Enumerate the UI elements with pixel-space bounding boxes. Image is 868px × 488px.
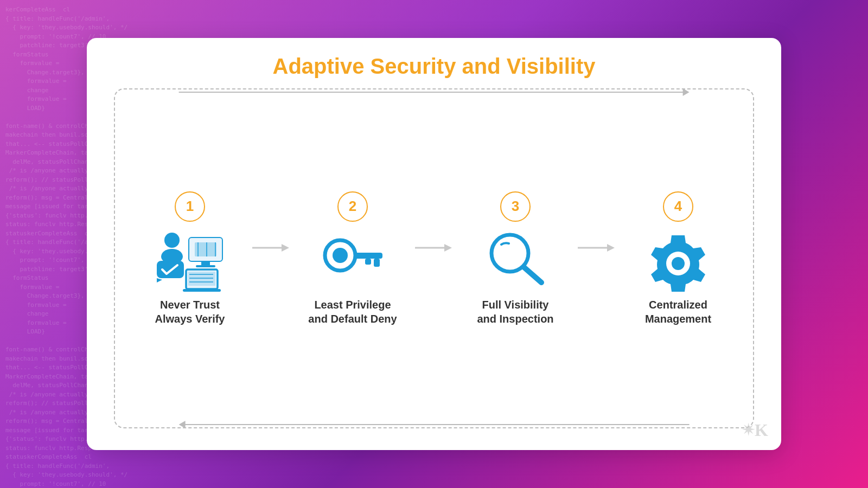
key-icon [317, 228, 388, 288]
step-2-label: Least Privilegeand Default Deny [308, 298, 397, 326]
svg-rect-10 [201, 261, 210, 265]
svg-point-21 [333, 248, 348, 263]
bottom-arrow [179, 421, 690, 428]
step-2: 2 Least Privilegeand Default Deny [293, 191, 412, 326]
svg-marker-19 [282, 244, 289, 252]
magnify-icon [480, 228, 551, 288]
svg-marker-26 [444, 244, 452, 252]
page-title: Adaptive Security and Visibility [273, 54, 596, 79]
svg-marker-3 [157, 278, 162, 282]
user-devices-verify-icon [155, 228, 225, 288]
gear-icon [643, 228, 713, 288]
diagram-container: 1 [114, 88, 754, 428]
svg-rect-22 [354, 253, 382, 259]
svg-point-0 [164, 233, 180, 248]
svg-rect-11 [196, 265, 215, 267]
svg-rect-13 [188, 272, 215, 286]
svg-rect-24 [365, 259, 371, 265]
arrow-2-3 [412, 240, 456, 255]
svg-rect-23 [374, 259, 380, 267]
step-3-label: Full Visibilityand Inspection [477, 298, 553, 326]
top-arrow [179, 88, 690, 96]
step-3-number: 3 [500, 191, 531, 222]
step-1-label: Never TrustAlways Verify [155, 298, 225, 326]
step-3: 3 Full Visibilityand Inspection [456, 191, 575, 326]
svg-rect-17 [183, 289, 221, 292]
step-1-number: 1 [175, 191, 205, 222]
svg-marker-31 [607, 244, 615, 252]
arrow-3-4 [575, 240, 618, 255]
arrow-1-2 [250, 240, 293, 255]
main-card: Adaptive Security and Visibility 1 [87, 38, 781, 450]
step-2-number: 2 [337, 191, 368, 222]
step-4-number: 4 [663, 191, 693, 222]
svg-point-33 [672, 257, 685, 270]
step-4-label: CentralizedManagement [645, 298, 711, 326]
step-1: 1 [130, 191, 250, 326]
steps-row: 1 [115, 181, 753, 337]
step-4: 4 CentralizedManagement [618, 191, 738, 326]
svg-line-29 [524, 267, 541, 282]
